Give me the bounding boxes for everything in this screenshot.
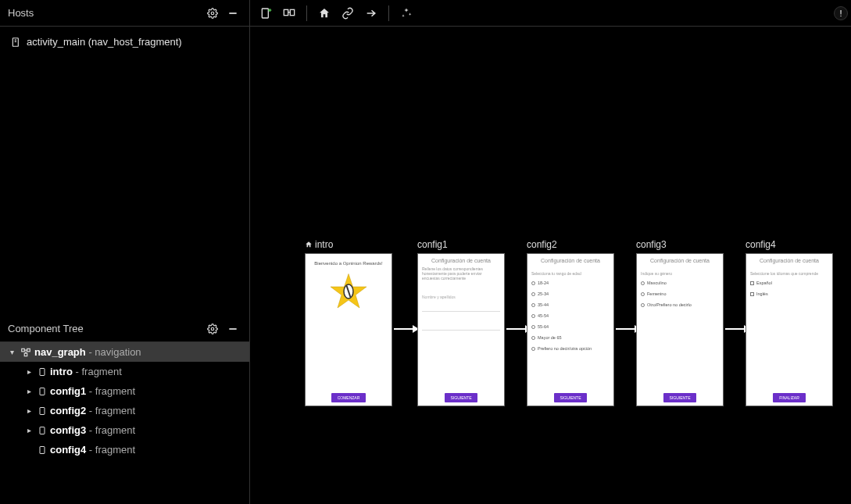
svg-point-0 [211,12,214,15]
primary-button: FINALIZAR [773,393,806,402]
tree-node-nav-graph[interactable]: ▾ nav_graph - navigation [0,342,249,362]
auto-arrange-icon[interactable] [395,2,417,24]
separator [388,5,389,21]
destination-config2[interactable]: config2 Configuración de cuenta Seleccio… [527,239,620,406]
action-arrow[interactable] [394,323,419,334]
screen-heading: Configuración de cuenta [750,258,828,263]
tree-node-config1[interactable]: ▸ config1 - fragment [0,381,249,401]
primary-button: SIGUIENTE [445,393,478,402]
host-item[interactable]: activity_main (nav_host_fragment) [8,34,241,49]
tree-node-config4[interactable]: config4 - fragment [0,440,249,459]
nested-graph-icon[interactable] [278,2,300,24]
radio-option: Otro/Prefiero no decirlo [641,302,719,307]
screen-preview: Configuración de cuenta Rellene los dato… [417,253,505,406]
radio-option: Prefiero no decir/otra opción [531,346,610,351]
svg-rect-13 [262,9,268,18]
tree-node-intro[interactable]: ▸ intro - fragment [0,362,249,381]
checkbox-option: Inglés [750,291,828,296]
destination-label: config4 [746,239,839,250]
minimize-icon[interactable] [224,5,241,22]
tree-node-label: intro - fragment [50,366,122,377]
svg-rect-6 [27,349,30,352]
svg-rect-16 [284,9,288,15]
destination-config1[interactable]: config1 Configuración de cuenta Rellene … [417,239,511,406]
screen-heading: Configuración de cuenta [641,258,719,263]
chevron-right-icon[interactable]: ▸ [23,406,34,415]
chevron-right-icon[interactable]: ▸ [23,367,34,376]
screen-sub: Indique su género [641,271,719,276]
blank-icon [23,445,34,454]
radio-option: Masculino [641,281,719,285]
layout-icon [11,37,22,48]
radio-option: Mayor de 65 [531,335,610,340]
editor-toolbar: ! [250,0,851,27]
main-area: ! intro Bienvenido a Opninion Rewards! C… [250,0,851,504]
tree-node-label: config4 - fragment [50,444,135,456]
svg-rect-8 [40,368,45,375]
fragment-icon [38,426,47,435]
radio-option: 55-64 [531,324,610,329]
separator [306,5,307,21]
component-tree-header: Component Tree [0,316,249,342]
checkbox-option: Español [750,281,828,285]
tree-node-config3[interactable]: ▸ config3 - fragment [0,420,249,440]
component-tree-title: Component Tree [8,323,201,334]
chevron-down-icon[interactable]: ▾ [6,348,17,356]
add-destination-icon[interactable] [255,2,277,24]
radio-option: 18-24 [531,281,610,285]
chevron-right-icon[interactable]: ▸ [23,426,34,434]
welcome-text: Bienvenido a Opninion Rewards! [309,261,388,266]
radio-option: 25-34 [531,291,610,296]
nav-canvas[interactable]: intro Bienvenido a Opninion Rewards! COM… [250,27,851,504]
screen-preview: Bienvenido a Opninion Rewards! COMENZAR [305,253,392,406]
hosts-panel-header: Hosts [0,0,249,27]
fragment-icon [38,406,47,416]
gear-icon[interactable] [204,5,221,22]
svg-rect-9 [40,388,45,395]
destination-config3[interactable]: config3 Configuración de cuenta Indique … [636,239,730,406]
screen-desc: Rellene los datos correspondientes hones… [422,266,500,281]
home-icon[interactable] [313,2,335,24]
destination-config4[interactable]: config4 Configuración de cuenta Seleccio… [746,239,839,406]
screen-preview: Configuración de cuenta Seleccione los i… [746,253,833,406]
screen-heading: Configuración de cuenta [422,258,500,263]
svg-point-3 [211,327,214,331]
link-icon[interactable] [337,2,359,24]
screen-preview: Configuración de cuenta Indique su géner… [636,253,724,406]
screen-sub: Selecciona tu rango de edad [531,271,610,276]
chevron-right-icon[interactable]: ▸ [23,387,34,395]
svg-rect-7 [24,353,27,356]
radio-option: 45-54 [531,313,610,318]
svg-rect-5 [22,349,25,352]
text-field [422,323,500,331]
destination-intro[interactable]: intro Bienvenido a Opninion Rewards! COM… [305,239,399,406]
radio-option: Femenino [641,291,719,296]
primary-button: SIGUIENTE [554,393,588,402]
svg-rect-12 [40,446,45,453]
primary-button: COMENZAR [331,393,367,402]
gear-icon[interactable] [204,320,221,338]
tree-node-label: config3 - fragment [50,424,135,436]
tree-node-config2[interactable]: ▸ config2 - fragment [0,401,249,420]
primary-button: SIGUIENTE [663,393,697,402]
radio-option: 35-44 [531,302,610,307]
destination-label: config1 [417,239,511,250]
fragment-icon [38,387,47,396]
svg-rect-17 [290,9,294,15]
screen-heading: Configuración de cuenta [531,258,610,263]
host-item-label: activity_main (nav_host_fragment) [27,36,182,48]
fragment-icon [38,445,47,455]
destination-label: config2 [527,239,620,250]
field-label: Nombre y apellidos [422,295,500,299]
hosts-panel-body: activity_main (nav_host_fragment) [0,27,249,316]
star-logo-icon [329,272,368,311]
minimize-icon[interactable] [224,320,241,338]
tree-node-label: config2 - fragment [50,405,135,416]
action-arrow-icon[interactable] [360,2,382,24]
screen-preview: Configuración de cuenta Selecciona tu ra… [527,253,614,406]
nav-graph-icon [20,347,31,358]
warnings-icon[interactable]: ! [834,6,848,20]
screen-sub: Seleccione los idiomas que comprende [750,271,828,276]
destination-label: config3 [636,239,730,250]
destination-label: intro [305,239,399,250]
